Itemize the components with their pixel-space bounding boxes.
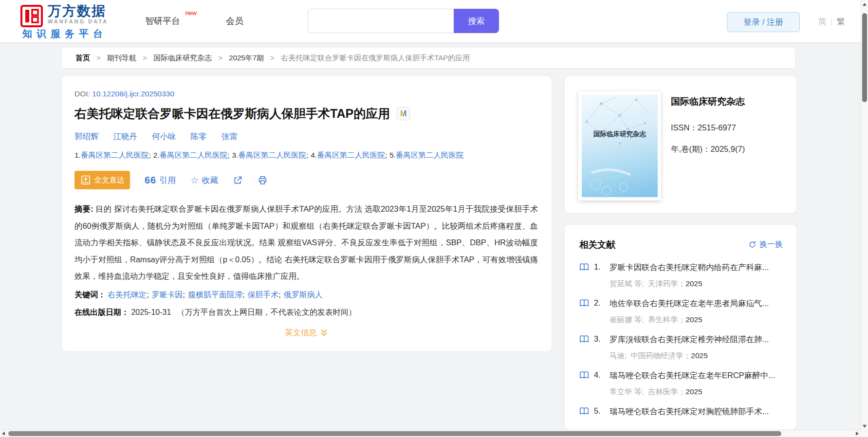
- author-link[interactable]: 何小咏: [152, 131, 176, 142]
- related-article-year: 2025: [685, 387, 702, 396]
- related-article-meta: 常立华 等;吉林医学；2025: [609, 387, 783, 397]
- scroll-down-arrow[interactable]: [863, 425, 867, 428]
- author-link[interactable]: 张雷: [222, 131, 238, 142]
- related-article-title[interactable]: 瑞马唑仑联合右美托咪定对胸腔镜肺部手术...: [609, 406, 783, 417]
- refresh-icon: [748, 240, 757, 249]
- breadcrumb-issue[interactable]: 2025年7期: [229, 54, 264, 62]
- abstract-label: 摘要:: [74, 204, 93, 213]
- article-actions: free 全文直达 66 引用 ☆ 收藏: [74, 171, 538, 189]
- related-article-number: 2.: [594, 298, 609, 325]
- related-article-authors[interactable]: 常立华 等;: [609, 387, 644, 396]
- author-link[interactable]: 陈零: [191, 131, 207, 142]
- search-input[interactable]: [308, 9, 454, 33]
- related-article-meta: 崔丽娜 等;养生科学；2025: [609, 315, 783, 325]
- refresh-related-button[interactable]: 换一换: [748, 239, 783, 250]
- brand-text[interactable]: 万方数据 WANFANG DATA: [48, 4, 108, 25]
- lang-simplified[interactable]: 简: [818, 17, 827, 26]
- related-list: 1. 罗哌卡因联合右美托咪定鞘内给药在产科麻... 贺延斌 等;天津药学；202…: [579, 262, 783, 418]
- keyword-link[interactable]: 保胆手术: [247, 291, 278, 299]
- free-download-icon: free: [80, 175, 91, 185]
- keyword-link[interactable]: 右美托咪定: [108, 291, 147, 299]
- related-article-journal[interactable]: 天津药学；: [648, 279, 686, 288]
- login-register-button[interactable]: 登录 / 注册: [727, 12, 800, 32]
- related-article-title[interactable]: 罗库溴铵联合右美托咪定椎旁神经阻滞在肺...: [609, 334, 783, 345]
- wanfang-logo-icon[interactable]: [20, 5, 43, 27]
- keyword-link[interactable]: 俄罗斯病人: [284, 291, 323, 299]
- doi-row: DOI: 10.12208/j.ijcr.20250330: [74, 90, 538, 98]
- volume-label: 年,卷(期)：: [671, 145, 711, 153]
- breadcrumb-journal[interactable]: 国际临床研究杂志: [153, 54, 212, 62]
- horizontal-scrollbar-thumb[interactable]: [8, 431, 781, 436]
- vertical-scrollbar[interactable]: [861, 0, 868, 430]
- scroll-left-arrow[interactable]: [2, 432, 5, 436]
- m-metrics-icon[interactable]: M: [397, 107, 410, 120]
- share-icon: [233, 175, 243, 185]
- keywords-label: 关键词：: [74, 291, 106, 299]
- affiliation-link[interactable]: 番禺区第二人民医院: [396, 151, 464, 159]
- publish-date-row: 在线出版日期： 2025-10-31 （万方平台首次上网日期，不代表论文的发表时…: [74, 308, 538, 318]
- journal-cover-title: 国际临床研究杂志: [582, 130, 658, 139]
- keyword-link[interactable]: 罗哌卡因: [151, 291, 183, 299]
- related-article-meta: 贺延斌 等;天津药学；2025: [609, 279, 783, 289]
- scrollbar-corner: [861, 430, 868, 437]
- related-article-authors[interactable]: 贺延斌 等;: [609, 279, 644, 288]
- keyword-separator: ;: [242, 291, 244, 299]
- breadcrumb-journal-nav[interactable]: 期刊导航: [107, 54, 136, 62]
- related-article-authors[interactable]: 马迪;: [609, 351, 627, 360]
- volume-value: 2025,9(7): [711, 145, 745, 153]
- related-article-journal[interactable]: 中国药物经济学；: [630, 351, 691, 360]
- english-info-toggle[interactable]: 英文信息: [285, 328, 328, 338]
- affiliation-separator: ;: [148, 151, 150, 159]
- book-icon: [579, 407, 590, 418]
- related-article-title[interactable]: 罗哌卡因联合右美托咪定鞘内给药在产科麻...: [609, 262, 783, 273]
- related-article-journal[interactable]: 养生科学；: [648, 315, 686, 324]
- journal-cover[interactable]: 国际临床研究杂志: [578, 91, 661, 200]
- related-article-item: 1. 罗哌卡因联合右美托咪定鞘内给药在产科麻... 贺延斌 等;天津药学；202…: [579, 262, 783, 289]
- issn-label: ISSN：: [671, 123, 698, 132]
- affiliation-link[interactable]: 番禺区第二人民医院: [81, 151, 149, 159]
- journal-name[interactable]: 国际临床研究杂志: [671, 95, 745, 108]
- doi-link[interactable]: 10.12208/j.ijcr.20250330: [92, 90, 174, 98]
- related-article-year: 2025: [685, 315, 702, 324]
- star-icon: ☆: [190, 175, 199, 186]
- breadcrumb-home[interactable]: 首页: [75, 54, 90, 62]
- nav-zhiyan-platform[interactable]: 智研平台 new: [145, 15, 180, 27]
- lang-traditional[interactable]: 繁: [836, 17, 845, 26]
- affiliation-number: 2.: [153, 151, 160, 159]
- nav-member[interactable]: 会员: [226, 15, 243, 27]
- breadcrumb-current: 右美托咪定联合罗哌卡因在俄罗斯病人保胆手术TAP的应用: [281, 54, 470, 62]
- favorite-button[interactable]: ☆ 收藏: [190, 175, 218, 186]
- scroll-up-arrow[interactable]: [863, 3, 867, 6]
- related-article-item: 5. 瑞马唑仑联合右美托咪定对胸腔镜肺部手术...: [579, 406, 783, 418]
- related-article-journal[interactable]: 吉林医学；: [648, 387, 686, 396]
- author-link[interactable]: 郭绍辉: [74, 131, 99, 142]
- keyword-link[interactable]: 腹横肌平面阻滞: [188, 291, 242, 299]
- abstract: 摘要: 目的 探讨右美托咪定联合罗哌卡因在俄罗斯病人保胆手术TAP的应用。方法 …: [74, 200, 538, 285]
- fulltext-label: 全文直达: [94, 175, 125, 185]
- affiliation-link[interactable]: 番禺区第二人民医院: [317, 151, 385, 159]
- cite-label: 引用: [159, 175, 176, 186]
- horizontal-scrollbar[interactable]: [0, 430, 861, 437]
- cover-decoration: [582, 95, 658, 197]
- related-article-title[interactable]: 瑞马唑仑联合右美托咪定在老年ERCP麻醉中...: [609, 370, 783, 381]
- share-button[interactable]: [233, 175, 243, 185]
- related-article-authors[interactable]: 崔丽娜 等;: [609, 315, 644, 324]
- vertical-scrollbar-thumb[interactable]: [862, 13, 867, 102]
- related-article-title[interactable]: 地佐辛联合右美托咪定在老年患者局麻疝气...: [609, 298, 783, 309]
- english-info-label: 英文信息: [285, 328, 317, 338]
- fulltext-button[interactable]: free 全文直达: [74, 171, 130, 189]
- authors-row: 郭绍辉 江晓丹 何小咏 陈零 张雷: [74, 131, 538, 142]
- keyword-separator: ;: [147, 291, 148, 299]
- search-button[interactable]: 搜索: [454, 9, 499, 33]
- affiliation-link[interactable]: 番禺区第二人民医院: [238, 151, 306, 159]
- cite-button[interactable]: 66 引用: [145, 175, 176, 186]
- author-link[interactable]: 江晓丹: [113, 131, 138, 142]
- printer-icon: [258, 175, 268, 185]
- related-article-number: 4.: [594, 370, 609, 397]
- brand-tagline: 知识服务平台: [22, 27, 107, 40]
- scroll-right-arrow[interactable]: [856, 432, 859, 436]
- affiliation-link[interactable]: 番禺区第二人民医院: [160, 151, 228, 159]
- affiliation-number: 5.: [389, 151, 396, 159]
- search-bar: 搜索: [308, 9, 499, 33]
- print-button[interactable]: [258, 175, 268, 185]
